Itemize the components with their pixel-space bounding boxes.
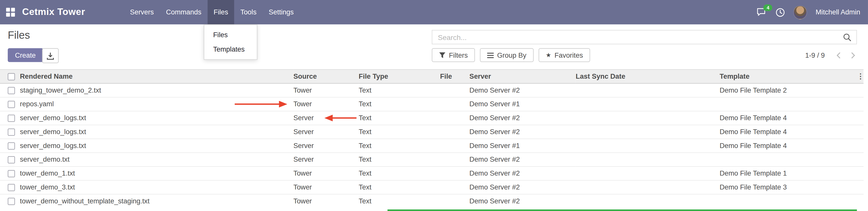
cell-server: Demo Server #2 <box>469 153 576 167</box>
search-input[interactable] <box>432 33 838 41</box>
table-row[interactable]: tower_demo_3.txt Tower Text Demo Server … <box>0 180 863 194</box>
top-navbar: Cetmix Tower Servers Commands Files Tool… <box>0 0 868 24</box>
cell-file-type: Text <box>359 97 440 111</box>
column-source[interactable]: Source <box>293 69 359 84</box>
cell-rendered-name: server_demo_logs.txt <box>20 111 293 125</box>
menu-settings[interactable]: Settings <box>262 0 300 24</box>
star-icon: ★ <box>546 52 551 58</box>
cell-server: Demo Server #1 <box>469 139 576 153</box>
cell-file <box>440 153 469 167</box>
apps-grid-icon[interactable] <box>6 8 15 17</box>
cell-file <box>440 125 469 139</box>
row-checkbox[interactable] <box>8 128 15 135</box>
funnel-icon <box>439 52 446 58</box>
optional-columns-icon[interactable]: ⋮ <box>857 72 863 81</box>
cell-server: Demo Server #2 <box>469 111 576 125</box>
cell-file <box>440 139 469 153</box>
cell-rendered-name: server_demo_logs.txt <box>20 125 293 139</box>
table-row[interactable]: server_demo_logs.txt Server Text Demo Se… <box>0 111 863 125</box>
cell-last-sync-date <box>576 97 720 111</box>
cell-rendered-name: tower_demo_3.txt <box>20 180 293 194</box>
files-list-view: Rendered Name Source File Type File Serv… <box>0 69 868 208</box>
user-menu[interactable]: Mitchell Admin <box>816 8 860 16</box>
cell-template: Demo File Template 2 <box>720 84 857 97</box>
cell-file <box>440 180 469 194</box>
row-checkbox[interactable] <box>8 198 15 205</box>
bars-icon <box>487 52 494 58</box>
cell-source: Server <box>293 111 359 125</box>
cell-last-sync-date <box>576 153 720 167</box>
pager-range: 1-9 / 9 <box>805 51 825 59</box>
filters-button[interactable]: Filters <box>432 48 475 62</box>
table-row[interactable]: repos.yaml Tower Text Demo Server #1 <box>0 97 863 111</box>
menu-files[interactable]: Files <box>208 0 234 24</box>
favorites-button[interactable]: ★ Favorites <box>539 48 590 62</box>
app-window: Cetmix Tower Servers Commands Files Tool… <box>0 0 868 211</box>
cell-template: Demo File Template 3 <box>720 180 857 194</box>
column-file[interactable]: File <box>440 69 469 84</box>
column-file-type[interactable]: File Type <box>359 69 440 84</box>
user-avatar[interactable] <box>794 5 807 19</box>
select-all-checkbox[interactable] <box>8 73 15 80</box>
cell-source: Tower <box>293 97 359 111</box>
cell-rendered-name: server_demo_logs.txt <box>20 139 293 153</box>
export-button[interactable] <box>42 48 59 63</box>
cell-file-type: Text <box>359 180 440 194</box>
files-list-table: Rendered Name Source File Type File Serv… <box>0 69 863 208</box>
pager-previous-button[interactable] <box>831 52 846 58</box>
cell-source: Tower <box>293 180 359 194</box>
column-server[interactable]: Server <box>469 69 576 84</box>
cell-file <box>440 111 469 125</box>
messages-count-badge: 4 <box>764 5 772 11</box>
group-by-button[interactable]: Group By <box>480 48 534 62</box>
cell-file-type: Text <box>359 194 440 208</box>
create-button[interactable]: Create <box>8 48 43 62</box>
table-row[interactable]: server_demo_logs.txt Server Text Demo Se… <box>0 139 863 153</box>
cell-rendered-name: tower_demo_without_template_staging.txt <box>20 194 293 208</box>
cell-template: Demo File Template 4 <box>720 111 857 125</box>
row-checkbox[interactable] <box>8 184 15 191</box>
cell-file-type: Text <box>359 84 440 97</box>
cell-source: Server <box>293 139 359 153</box>
cell-file-type: Text <box>359 139 440 153</box>
dropdown-item-files[interactable]: Files <box>204 28 257 42</box>
search-icon[interactable] <box>838 33 856 41</box>
chevron-right-icon <box>851 52 855 58</box>
clock-icon <box>776 8 785 17</box>
row-checkbox[interactable] <box>8 101 15 108</box>
table-row[interactable]: tower_demo_1.txt Tower Text Demo Server … <box>0 167 863 180</box>
column-rendered-name[interactable]: Rendered Name <box>20 69 293 84</box>
pager: 1-9 / 9 <box>805 48 860 62</box>
row-checkbox[interactable] <box>8 115 15 122</box>
table-row[interactable]: server_demo.txt Server Text Demo Server … <box>0 153 863 167</box>
cell-template: Demo File Template 1 <box>720 167 857 180</box>
search-bar <box>432 30 857 44</box>
messages-icon[interactable]: 4 <box>757 8 768 17</box>
cell-server: Demo Server #1 <box>469 97 576 111</box>
menu-tools[interactable]: Tools <box>234 0 262 24</box>
row-checkbox[interactable] <box>8 87 15 94</box>
table-row[interactable]: staging_tower_demo_2.txt Tower Text Demo… <box>0 84 863 97</box>
table-row[interactable]: server_demo_logs.txt Server Text Demo Se… <box>0 125 863 139</box>
row-checkbox[interactable] <box>8 143 15 150</box>
cell-file <box>440 167 469 180</box>
table-row[interactable]: tower_demo_without_template_staging.txt … <box>0 194 863 208</box>
activities-icon[interactable] <box>776 8 785 17</box>
pager-next-button[interactable] <box>846 52 860 58</box>
column-template[interactable]: Template <box>720 69 857 84</box>
cell-rendered-name: tower_demo_1.txt <box>20 167 293 180</box>
cell-server: Demo Server #2 <box>469 167 576 180</box>
menu-commands[interactable]: Commands <box>160 0 208 24</box>
row-checkbox[interactable] <box>8 156 15 163</box>
chevron-left-icon <box>836 52 841 58</box>
cell-rendered-name: server_demo.txt <box>20 153 293 167</box>
dropdown-item-templates[interactable]: Templates <box>204 42 257 56</box>
menu-servers[interactable]: Servers <box>124 0 160 24</box>
cell-file-type: Text <box>359 167 440 180</box>
row-checkbox[interactable] <box>8 170 15 177</box>
column-last-sync-date[interactable]: Last Sync Date <box>576 69 720 84</box>
cell-server: Demo Server #2 <box>469 84 576 97</box>
brand-title[interactable]: Cetmix Tower <box>22 7 85 18</box>
cell-last-sync-date <box>576 139 720 153</box>
download-icon <box>46 52 54 60</box>
